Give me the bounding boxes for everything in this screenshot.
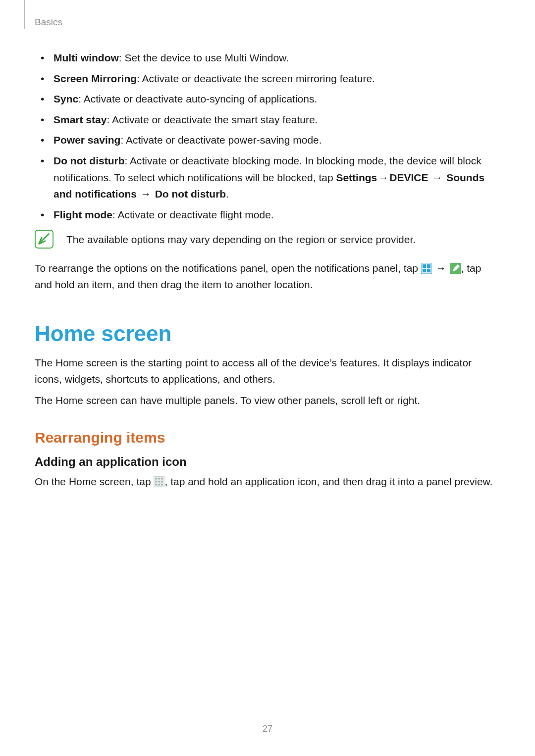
heading-home-screen: Home screen bbox=[35, 321, 500, 346]
add-icon-post: , tap and hold an application icon, and … bbox=[164, 476, 492, 487]
desc: : Activate or deactivate auto-syncing of… bbox=[78, 93, 317, 104]
header-divider bbox=[24, 0, 25, 29]
term: Power saving bbox=[54, 134, 120, 146]
list-item: Multi window: Set the device to use Mult… bbox=[50, 50, 500, 66]
term: Screen Mirroring bbox=[54, 73, 137, 84]
rearrange-paragraph: To rearrange the options on the notifica… bbox=[35, 260, 500, 293]
list-item-dnd: Do not disturb: Activate or deactivate b… bbox=[50, 152, 500, 202]
list-item: Flight mode: Activate or deactivate flig… bbox=[50, 206, 500, 223]
term: Do not disturb bbox=[54, 155, 124, 166]
svg-point-11 bbox=[156, 481, 157, 482]
term: Smart stay bbox=[54, 114, 107, 125]
svg-rect-3 bbox=[427, 264, 430, 268]
desc: : Set the device to use Multi Window. bbox=[119, 52, 289, 63]
term: Multi window bbox=[54, 52, 119, 63]
desc: : Activate or deactivate power-saving mo… bbox=[120, 134, 321, 146]
list-item: Power saving: Activate or deactivate pow… bbox=[50, 132, 500, 149]
feature-list: Multi window: Set the device to use Mult… bbox=[35, 50, 500, 223]
svg-point-9 bbox=[159, 478, 160, 479]
list-item: Smart stay: Activate or deactivate the s… bbox=[50, 111, 500, 128]
svg-point-13 bbox=[161, 481, 163, 482]
desc: : Activate or deactivate the smart stay … bbox=[107, 114, 318, 125]
home-p1: The Home screen is the starting point to… bbox=[35, 355, 500, 387]
svg-rect-4 bbox=[423, 269, 426, 272]
list-item: Sync: Activate or deactivate auto-syncin… bbox=[50, 91, 500, 107]
heading-rearranging-items: Rearranging items bbox=[35, 429, 500, 446]
svg-point-12 bbox=[159, 481, 160, 482]
desc: : Activate or deactivate the screen mirr… bbox=[137, 73, 375, 84]
home-p2: The Home screen can have multiple panels… bbox=[35, 393, 500, 409]
note-callout: The available options may vary depending… bbox=[35, 230, 500, 249]
term: Sync bbox=[54, 93, 78, 104]
page-content: Multi window: Set the device to use Mult… bbox=[35, 50, 500, 495]
add-icon-paragraph: On the Home screen, tap , tap and hold a… bbox=[35, 474, 500, 490]
arrow-icon: → bbox=[431, 172, 443, 183]
running-header: Basics bbox=[35, 17, 62, 28]
svg-rect-2 bbox=[423, 264, 426, 268]
term: Flight mode bbox=[54, 209, 112, 220]
note-icon bbox=[35, 230, 54, 249]
arrow-icon: → bbox=[377, 172, 389, 183]
heading-adding-app-icon: Adding an application icon bbox=[35, 455, 500, 469]
dnd-path1: Settings bbox=[336, 172, 377, 183]
svg-point-10 bbox=[161, 478, 163, 479]
page-number: 27 bbox=[0, 724, 535, 734]
svg-point-8 bbox=[156, 478, 157, 479]
svg-point-16 bbox=[161, 484, 163, 485]
list-item: Screen Mirroring: Activate or deactivate… bbox=[50, 70, 500, 87]
svg-point-15 bbox=[159, 484, 160, 485]
arrow-icon: → bbox=[435, 262, 447, 274]
edit-pencil-icon bbox=[450, 263, 461, 274]
arrow-icon: → bbox=[140, 188, 152, 200]
dnd-path2: DEVICE bbox=[389, 172, 428, 183]
svg-point-14 bbox=[156, 484, 157, 485]
rearrange-pre: To rearrange the options on the notifica… bbox=[35, 262, 421, 274]
apps-grid-icon bbox=[154, 476, 164, 487]
dnd-tail: . bbox=[226, 188, 229, 200]
add-icon-pre: On the Home screen, tap bbox=[35, 476, 154, 487]
grid-panel-icon bbox=[421, 263, 432, 274]
dnd-path4: Do not disturb bbox=[155, 188, 226, 200]
desc: : Activate or deactivate flight mode. bbox=[112, 209, 274, 220]
note-text: The available options may vary depending… bbox=[66, 232, 416, 248]
svg-rect-5 bbox=[427, 269, 430, 272]
